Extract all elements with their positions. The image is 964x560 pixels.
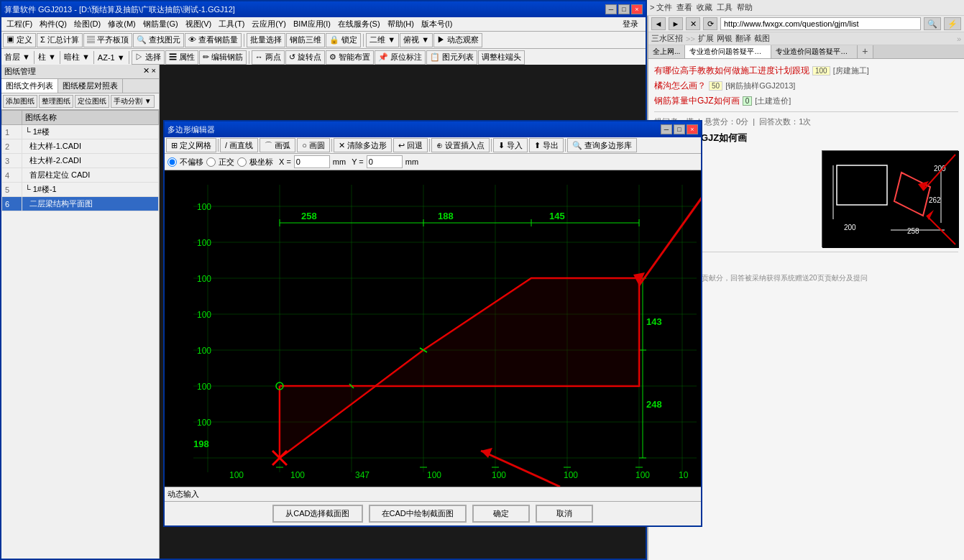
radio-no-offset[interactable] (167, 157, 177, 167)
menu-gong-ju[interactable]: 工具(T) (215, 18, 248, 30)
undo-btn[interactable]: ↩ 回退 (393, 138, 428, 152)
component-selector[interactable]: 柱 ▼ (37, 52, 58, 63)
cancel-btn[interactable]: 取消 (536, 505, 593, 523)
panel-close-icon[interactable]: ✕ × (143, 66, 156, 77)
table-row[interactable]: 5 └ 1#楼-1 (2, 183, 159, 197)
find-btn[interactable]: 🔍 查找图元 (133, 33, 184, 47)
view-rebar-btn[interactable]: 👁 查看钢筋量 (185, 33, 242, 47)
maximize-button[interactable]: □ (618, 4, 630, 14)
orig-mark-btn[interactable]: 📌 原位标注 (375, 50, 426, 65)
back-btn[interactable]: ◄ (651, 17, 666, 30)
dialog-minimize-btn[interactable]: ─ (661, 124, 672, 134)
refresh-btn[interactable]: ⟳ (703, 17, 717, 30)
export-btn[interactable]: ⬆ 导出 (529, 138, 564, 152)
menu-tools[interactable]: 工具 (717, 2, 733, 13)
calc-btn[interactable]: Σ 汇总计算 (37, 33, 83, 47)
table-row[interactable]: 3 柱大样-2.CADI (2, 154, 159, 168)
dialog-maximize-btn[interactable]: □ (674, 124, 685, 134)
flush-btn[interactable]: ▤ 平齐板顶 (83, 33, 132, 47)
login-link[interactable]: 登录 (623, 19, 644, 29)
table-row-selected[interactable]: 6 二层梁结构平面图 (2, 197, 159, 211)
set-insert-pt-btn[interactable]: ⊕ 设置插入点 (431, 138, 490, 152)
row-name[interactable]: 二层梁结构平面图 (22, 197, 158, 211)
draw-in-cad-btn[interactable]: 在CAD中绘制截面图 (369, 505, 467, 523)
qa-link-2[interactable]: 橘沟怎么画？ (654, 80, 706, 92)
menu-file[interactable]: > 文件 (650, 2, 672, 13)
dialog-close-btn[interactable]: × (687, 124, 698, 134)
elem-list-btn[interactable]: 📋 图元列表 (426, 50, 477, 65)
menu-zai-xian[interactable]: 在线服务(S) (334, 18, 384, 30)
locate-btn[interactable]: 定位图纸 (75, 95, 109, 108)
draw-circle-btn[interactable]: ○ 画圆 (297, 138, 330, 152)
col-type-selector[interactable]: 暗柱 ▼ (63, 52, 91, 63)
confirm-btn[interactable]: 确定 (472, 505, 530, 523)
x-input[interactable] (294, 155, 330, 168)
batch-select-btn[interactable]: 批量选择 (247, 33, 285, 47)
menu-shi-tu[interactable]: 视图(V) (182, 18, 216, 30)
quick-link-expand[interactable]: 扩展 (698, 33, 714, 44)
floor-selector[interactable]: 首层 ▼ (3, 52, 32, 63)
radio-polar[interactable] (237, 157, 247, 167)
qa-link-3[interactable]: 钢筋算量中GJZ如何画 (654, 95, 740, 107)
cad-drawing-canvas[interactable]: 100 100 100 100 100 100 100 100 100 347 … (165, 170, 701, 487)
adjust-col-btn[interactable]: 调整柱端头 (478, 50, 525, 65)
menu-view[interactable]: 查看 (676, 2, 692, 13)
draw-arc-btn[interactable]: ⌒ 画弧 (260, 138, 295, 152)
y-input[interactable] (367, 155, 403, 168)
table-row[interactable]: 1 └ 1#楼 (2, 125, 159, 139)
dynamic-view-btn[interactable]: ▶ 动态观察 (433, 33, 482, 47)
property-btn[interactable]: ☰ 属性 (165, 50, 198, 65)
row-name[interactable]: └ 1#楼-1 (22, 183, 158, 197)
browser-tab-new[interactable]: + (858, 45, 873, 58)
rotate-point-btn[interactable]: ↺ 旋转点 (285, 50, 325, 65)
forward-btn[interactable]: ► (669, 17, 683, 30)
tab-file-list[interactable]: 图纸文件列表 (1, 79, 58, 93)
quick-link-netbank[interactable]: 网银 (717, 33, 733, 44)
col-id-selector[interactable]: AZ-1 ▼ (96, 53, 127, 62)
row-name[interactable]: 首层柱定位 CADI (22, 168, 158, 183)
define-btn[interactable]: ▣ 定义 (3, 33, 36, 47)
close-button[interactable]: × (631, 4, 643, 14)
minimize-button[interactable]: ─ (605, 4, 617, 14)
quick-link-translate[interactable]: 翻译 (735, 33, 751, 44)
stop-btn[interactable]: ✕ (686, 17, 700, 30)
menu-bim[interactable]: BIM应用(I) (290, 18, 334, 30)
add-drawing-btn[interactable]: 添加图纸 (3, 95, 37, 108)
search-icon[interactable]: 🔍 (924, 17, 941, 30)
manual-split-btn[interactable]: 手动分割 ▼ (111, 95, 155, 108)
browser-tab-1[interactable]: 全上网... (648, 45, 685, 58)
quick-link-screenshot[interactable]: 截图 (754, 33, 770, 44)
row-name[interactable]: └ 1#楼 (22, 125, 158, 139)
quick-link-sanshui[interactable]: 三水区招 (651, 33, 683, 44)
clear-polygon-btn[interactable]: ✕ 清除多边形 (334, 138, 392, 152)
menu-xiu-gai[interactable]: 修改(M) (104, 18, 139, 30)
menu-gou-jian[interactable]: 构件(Q) (36, 18, 70, 30)
2d-btn[interactable]: 二维 ▼ (366, 33, 399, 47)
menu-help[interactable]: 帮助 (737, 2, 753, 13)
menu-gang-jin[interactable]: 钢筋量(G) (139, 18, 182, 30)
table-row[interactable]: 4 首层柱定位 CADI (2, 168, 159, 183)
define-grid-btn[interactable]: ⊞ 定义网格 (166, 138, 216, 152)
draw-line-btn[interactable]: / 画直线 (220, 138, 258, 152)
view-angle-btn[interactable]: 俯视 ▼ (400, 33, 433, 47)
menu-ban-ben[interactable]: 版本号(I) (418, 18, 456, 30)
tab-floor-map[interactable]: 图纸楼层对照表 (58, 79, 123, 93)
rebar-3d-btn[interactable]: 钢筋三维 (286, 33, 325, 47)
url-input[interactable] (720, 17, 921, 30)
edit-rebar-btn[interactable]: ✏ 编辑钢筋 (199, 50, 247, 65)
menu-bang-zhu[interactable]: 帮助(H) (384, 18, 418, 30)
row-name[interactable]: 柱大样-1.CADI (22, 139, 158, 154)
menu-yun-ying-yong[interactable]: 云应用(Y) (248, 18, 290, 30)
import-btn[interactable]: ⬇ 导入 (493, 138, 528, 152)
menu-favorites[interactable]: 收藏 (697, 2, 712, 13)
two-point-btn[interactable]: ↔ 两点 (252, 50, 285, 65)
menu-gong-cheng[interactable]: 工程(F) (3, 18, 36, 30)
browser-tab-3[interactable]: 专业造价问题答疑平台-厂... (771, 45, 858, 58)
from-cad-btn[interactable]: 从CAD选择截面图 (272, 505, 362, 523)
menu-hui-tu[interactable]: 绘图(D) (70, 18, 104, 30)
row-name[interactable]: 柱大样-2.CADI (22, 154, 158, 168)
radio-orthogonal[interactable] (206, 157, 216, 167)
select-tool-btn[interactable]: ▷ 选择 (132, 50, 165, 65)
organize-btn[interactable]: 整理图纸 (39, 95, 73, 108)
query-lib-btn[interactable]: 🔍 查询多边形库 (567, 138, 637, 152)
